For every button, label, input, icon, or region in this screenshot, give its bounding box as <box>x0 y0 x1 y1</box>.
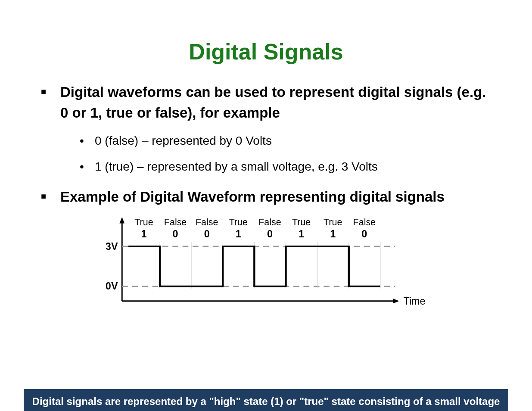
sub-bullet-1: 0 (false) – represented by 0 Volts <box>80 132 491 150</box>
bullet-1-text: Digital waveforms can be used to represe… <box>60 84 486 121</box>
bullet-list: Digital waveforms can be used to represe… <box>41 82 491 207</box>
bit-value-1: 0 <box>173 228 178 239</box>
bit-value-4: 0 <box>267 228 273 239</box>
waveform-diagram: 3V 0V Time True False False <box>93 212 429 315</box>
bit-label-top-7: False <box>353 217 376 227</box>
x-axis-label: Time <box>403 295 425 306</box>
bit-label-top-3: True <box>229 217 248 227</box>
bullet-2-text: Example of Digital Waveform representing… <box>60 189 445 205</box>
bit-value-0: 1 <box>141 228 146 239</box>
y-label-high: 3V <box>106 240 118 252</box>
bit-label-top-0: True <box>134 217 153 227</box>
bit-value-3: 1 <box>236 228 241 239</box>
content-area: Digital waveforms can be used to represe… <box>0 82 532 315</box>
bit-value-5: 1 <box>299 228 304 239</box>
slide: Digital Signals Digital waveforms can be… <box>0 39 532 411</box>
bit-label-top-1: False <box>164 217 187 227</box>
waveform-svg: 3V 0V Time True False False <box>93 212 429 315</box>
svg-marker-1 <box>119 217 124 223</box>
bit-label-top-2: False <box>196 217 218 227</box>
bit-label-top-4: False <box>258 217 281 227</box>
bit-label-top-6: True <box>324 217 342 227</box>
bullet-1: Digital waveforms can be used to represe… <box>41 82 491 176</box>
bit-value-7: 0 <box>361 228 367 239</box>
bit-value-2: 0 <box>204 228 210 239</box>
bit-label-top-5: True <box>292 217 311 227</box>
svg-marker-3 <box>393 298 399 303</box>
sub-bullet-2: 1 (true) – represented by a small voltag… <box>80 158 491 176</box>
slide-title: Digital Signals <box>0 39 532 65</box>
bullet-2: Example of Digital Waveform representing… <box>41 187 491 207</box>
bit-value-6: 1 <box>330 228 336 239</box>
y-label-low: 0V <box>106 280 118 292</box>
sub-bullet-list: 0 (false) – represented by 0 Volts 1 (tr… <box>80 132 491 176</box>
footer-summary: Digital signals are represented by a "hi… <box>24 389 508 411</box>
